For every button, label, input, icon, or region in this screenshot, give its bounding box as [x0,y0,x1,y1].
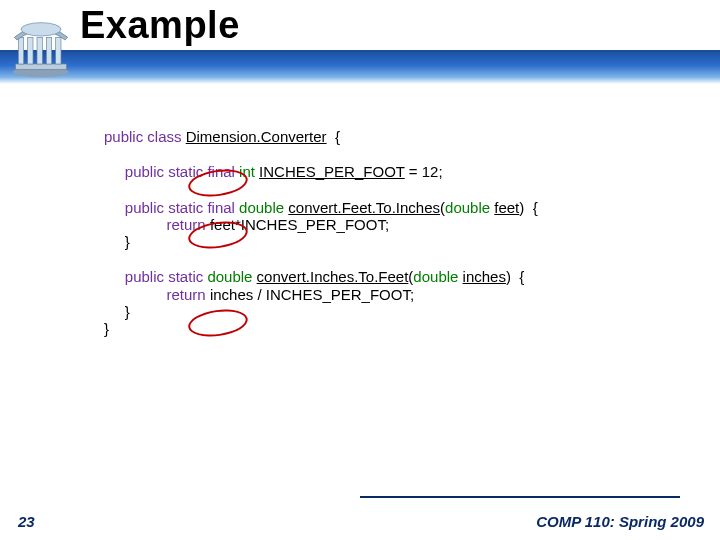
svg-point-7 [21,23,61,36]
code-line-3: public static final double convert.Feet.… [104,199,538,216]
svg-rect-6 [56,37,61,64]
page-number: 23 [18,513,35,530]
code-line-1: public class Dimension.Converter { [104,128,538,145]
code-line-6: public static double convert.Inches.To.F… [104,268,538,285]
slide-title: Example [80,4,240,47]
code-line-5: } [104,233,538,250]
code-line-2: public static final int INCHES_PER_FOOT … [104,163,538,180]
banner-topline [0,50,720,52]
slide: Example public class Dimension.Converter… [0,0,720,540]
svg-rect-4 [37,37,42,64]
code-line-7: return inches / INCHES_PER_FOOT; [104,286,538,303]
course-label: COMP 110: Spring 2009 [536,513,704,530]
svg-rect-1 [16,64,67,69]
footer-rule [360,496,680,498]
svg-rect-3 [28,37,33,64]
building-logo-icon [6,20,76,80]
svg-rect-5 [46,37,51,64]
code-line-8: } [104,303,538,320]
code-block: public class Dimension.Converter { publi… [104,128,538,337]
banner-gradient [0,50,720,84]
code-line-4: return feet*INCHES_PER_FOOT; [104,216,538,233]
code-line-9: } [104,320,538,337]
svg-rect-2 [18,37,23,64]
